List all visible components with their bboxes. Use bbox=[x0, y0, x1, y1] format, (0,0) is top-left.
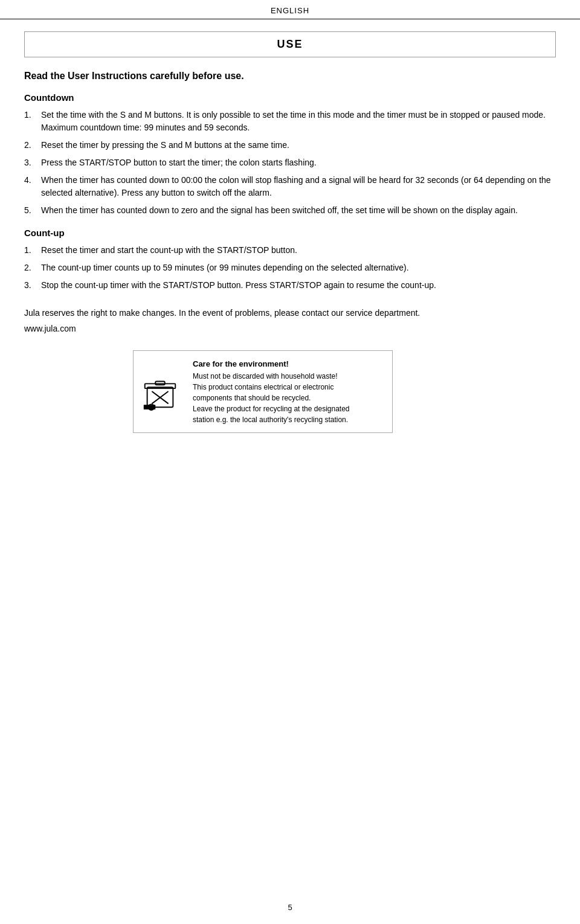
list-text: The count-up timer counts up to 59 minut… bbox=[41, 261, 556, 274]
countdown-heading: Countdown bbox=[24, 92, 556, 103]
recycling-svg bbox=[142, 371, 178, 412]
list-item: 1. Set the time with the S and M buttons… bbox=[24, 109, 556, 134]
section-title-box: USE bbox=[24, 31, 556, 57]
list-num: 2. bbox=[24, 261, 41, 274]
list-item: 3. Press the START/STOP button to start … bbox=[24, 156, 556, 169]
page-number: 5 bbox=[288, 903, 292, 912]
recycling-icon bbox=[142, 371, 184, 413]
website-link: www.jula.com bbox=[24, 322, 556, 335]
countdown-list: 1. Set the time with the S and M buttons… bbox=[24, 109, 556, 217]
list-num: 2. bbox=[24, 139, 41, 152]
section-title: USE bbox=[277, 38, 303, 50]
list-item: 2. Reset the timer by pressing the S and… bbox=[24, 139, 556, 152]
list-num: 3. bbox=[24, 279, 41, 292]
list-text: When the timer has counted down to 00:00… bbox=[41, 174, 556, 199]
list-item: 5. When the timer has counted down to ze… bbox=[24, 204, 556, 217]
list-num: 5. bbox=[24, 204, 41, 217]
list-item: 4. When the timer has counted down to 00… bbox=[24, 174, 556, 199]
list-num: 4. bbox=[24, 174, 41, 199]
list-num: 3. bbox=[24, 156, 41, 169]
eco-line-1: Must not be discarded with household was… bbox=[193, 371, 350, 382]
footer-paragraph: Jula reserves the right to make changes.… bbox=[24, 308, 420, 318]
eco-line-3: components that should be recycled. bbox=[193, 393, 350, 403]
list-num: 1. bbox=[24, 109, 41, 134]
list-text: Set the time with the S and M buttons. I… bbox=[41, 109, 556, 134]
eco-line-4: Leave the product for recycling at the d… bbox=[193, 403, 350, 414]
list-text: When the timer has counted down to zero … bbox=[41, 204, 556, 217]
countup-heading: Count-up bbox=[24, 228, 556, 238]
language-label: ENGLISH bbox=[271, 6, 309, 15]
eco-title: Care for the environment! bbox=[193, 358, 350, 370]
list-item: 2. The count-up timer counts up to 59 mi… bbox=[24, 261, 556, 274]
list-item: 3. Stop the count-up timer with the STAR… bbox=[24, 279, 556, 292]
list-num: 1. bbox=[24, 244, 41, 257]
list-text: Reset the timer and start the count-up w… bbox=[41, 244, 556, 257]
list-text: Press the START/STOP button to start the… bbox=[41, 156, 556, 169]
main-heading: Read the User Instructions carefully bef… bbox=[24, 71, 556, 82]
eco-line-2: This product contains electrical or elec… bbox=[193, 382, 350, 393]
eco-box: Care for the environment! Must not be di… bbox=[133, 350, 393, 434]
eco-text-block: Care for the environment! Must not be di… bbox=[193, 358, 350, 426]
svg-rect-6 bbox=[144, 405, 155, 409]
countup-list: 1. Reset the timer and start the count-u… bbox=[24, 244, 556, 292]
page-header: ENGLISH bbox=[0, 0, 580, 19]
list-text: Reset the timer by pressing the S and M … bbox=[41, 139, 556, 152]
eco-line-5: station e.g. the local authority's recyc… bbox=[193, 414, 350, 425]
page-container: USE Read the User Instructions carefully… bbox=[0, 19, 580, 469]
list-item: 1. Reset the timer and start the count-u… bbox=[24, 244, 556, 257]
list-text: Stop the count-up timer with the START/S… bbox=[41, 279, 556, 292]
footer-text: Jula reserves the right to make changes.… bbox=[24, 306, 556, 336]
